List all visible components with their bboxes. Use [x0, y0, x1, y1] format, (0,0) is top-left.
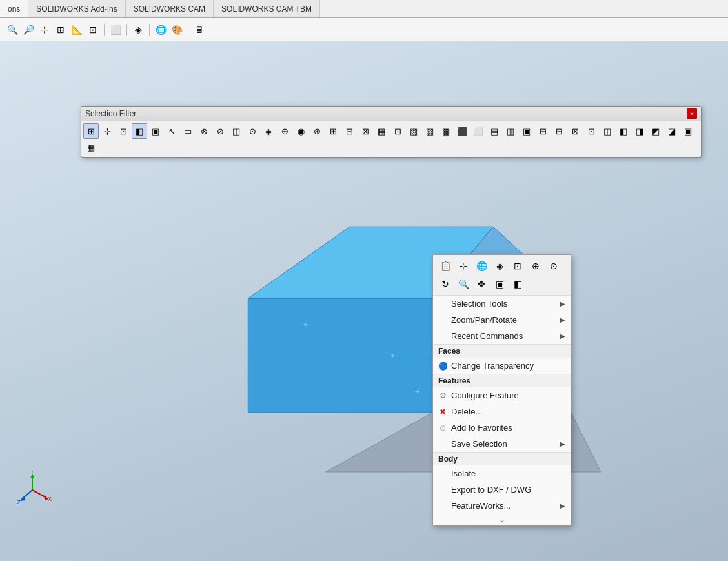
sf-icon-o[interactable]: ⬛: [454, 123, 470, 139]
view-icon[interactable]: ◈: [131, 23, 145, 37]
cm-item-recent-commands[interactable]: Recent Commands ▶: [433, 328, 571, 344]
sf-icon-x[interactable]: ◫: [600, 123, 615, 139]
sf-icon-d[interactable]: ⊕: [277, 123, 292, 139]
sf-filter-box-icon[interactable]: ▭: [180, 123, 196, 139]
cm-zoom-pan-icon: [437, 314, 449, 326]
sf-filter-face-icon[interactable]: ◧: [132, 123, 147, 139]
sf-icon-k[interactable]: ⊡: [390, 123, 405, 139]
cm-item-selection-tools[interactable]: Selection Tools ▶: [433, 296, 571, 312]
monitor-icon[interactable]: 🖥: [192, 23, 207, 37]
cm-icon-4[interactable]: ◈: [491, 258, 508, 274]
svg-text:+: +: [303, 320, 308, 329]
cm-add-favorites-icon: ⊙: [437, 422, 449, 434]
cm-icon-7[interactable]: ⊙: [545, 258, 562, 274]
sf-filter-all-icon[interactable]: ⊞: [83, 123, 99, 139]
cm-item-featureworks[interactable]: FeatureWorks... ▶: [433, 498, 571, 514]
tab-cam-tbm[interactable]: SOLIDWORKS CAM TBM: [214, 0, 320, 17]
filter-icon[interactable]: ⊡: [86, 23, 100, 37]
cm-item-save-selection[interactable]: Save Selection ▶: [433, 436, 571, 452]
cm-icon-5[interactable]: ⊡: [509, 258, 526, 274]
sf-icon-q[interactable]: ▤: [487, 123, 502, 139]
cm-icon-10[interactable]: ✥: [473, 276, 490, 292]
sf-icon-j[interactable]: ▦: [374, 123, 389, 139]
selection-filter-close-button[interactable]: ×: [687, 108, 697, 119]
cm-featureworks-icon: [437, 500, 449, 512]
sf-icon-z[interactable]: ◨: [632, 123, 647, 139]
toolbar-separator-2: [126, 24, 127, 36]
svg-text:Z: Z: [17, 499, 21, 505]
sf-icon-t[interactable]: ⊞: [535, 123, 551, 139]
grid-icon[interactable]: ⊞: [54, 23, 68, 37]
measure-icon[interactable]: 📐: [70, 23, 84, 37]
svg-marker-10: [30, 474, 34, 478]
sf-filter-paint-icon[interactable]: ⊘: [212, 123, 228, 139]
cm-item-delete[interactable]: ✖ Delete...: [433, 403, 571, 420]
svg-text:+: +: [390, 351, 396, 360]
cm-icon-3[interactable]: 🌐: [473, 258, 490, 274]
sf-icon-w[interactable]: ⊡: [583, 123, 599, 139]
sf-icon-r[interactable]: ▥: [503, 123, 518, 139]
canvas-area[interactable]: + + + Y X Z Selection Filter × ⊞ ⊹ ⊡: [0, 41, 728, 561]
cm-zoom-pan-arrow: ▶: [560, 316, 565, 323]
cm-item-configure-feature[interactable]: ⚙ Configure Feature: [433, 387, 571, 403]
tab-ons[interactable]: ons: [0, 0, 28, 17]
sf-icon-ad[interactable]: ▦: [83, 139, 99, 155]
sf-filter-solid-icon[interactable]: ▣: [148, 123, 163, 139]
axis-svg: Y X Z: [13, 471, 52, 509]
sf-icon-c[interactable]: ◈: [261, 123, 276, 139]
sf-icon-i[interactable]: ⊠: [358, 123, 373, 139]
sf-filter-vertex-icon[interactable]: ⊹: [99, 123, 115, 139]
search-icon[interactable]: 🔍: [5, 23, 19, 37]
sf-icon-e[interactable]: ◉: [293, 123, 308, 139]
sf-icon-a[interactable]: ◫: [228, 123, 244, 139]
sf-filter-cursor-icon[interactable]: ↖: [164, 123, 179, 139]
cursor-icon[interactable]: ⊹: [37, 23, 52, 37]
sf-icon-m[interactable]: ▨: [422, 123, 438, 139]
cm-item-add-to-favorites[interactable]: ⊙ Add to Favorites: [433, 420, 571, 436]
cm-export-dxf-icon: [437, 484, 449, 496]
sf-icon-h[interactable]: ⊟: [341, 123, 357, 139]
tab-add-ins[interactable]: SOLIDWORKS Add-Ins: [28, 0, 125, 17]
cm-icon-9[interactable]: 🔍: [455, 276, 472, 292]
sf-icon-ab[interactable]: ◪: [664, 123, 680, 139]
sf-icon-s[interactable]: ▣: [519, 123, 534, 139]
cm-item-zoom-pan-rotate[interactable]: Zoom/Pan/Rotate ▶: [433, 312, 571, 328]
selection-filter-toolbar: ⊞ ⊹ ⊡ ◧ ▣ ↖ ▭ ⊗ ⊘ ◫ ⊙ ◈ ⊕ ◉ ⊛ ⊞ ⊟ ⊠ ▦ ⊡ …: [81, 121, 701, 157]
sf-icon-l[interactable]: ▧: [406, 123, 421, 139]
svg-text:Y: Y: [30, 471, 34, 474]
sf-icon-y[interactable]: ◧: [616, 123, 631, 139]
cm-item-export-dxf[interactable]: Export to DXF / DWG: [433, 482, 571, 498]
svg-text:+: +: [415, 387, 420, 396]
sf-icon-f[interactable]: ⊛: [309, 123, 325, 139]
svg-text:X: X: [48, 496, 52, 502]
sf-filter-lasso-icon[interactable]: ⊗: [196, 123, 212, 139]
cm-section-faces: Faces: [433, 345, 571, 358]
sf-icon-p[interactable]: ⬜: [470, 123, 486, 139]
cm-icon-8[interactable]: ↻: [437, 276, 454, 292]
sf-icon-aa[interactable]: ◩: [648, 123, 663, 139]
cm-icon-11[interactable]: ▣: [491, 276, 508, 292]
sf-icon-b[interactable]: ⊙: [245, 123, 260, 139]
cm-delete-icon: ✖: [437, 406, 449, 418]
sf-icon-u[interactable]: ⊟: [551, 123, 567, 139]
sf-icon-v[interactable]: ⊠: [567, 123, 583, 139]
cm-more-button[interactable]: ⌄: [433, 514, 571, 525]
cm-icon-6[interactable]: ⊕: [527, 258, 544, 274]
cm-icon-1[interactable]: 📋: [437, 258, 454, 274]
zoom-icon[interactable]: 🔎: [21, 23, 35, 37]
sphere-icon[interactable]: 🌐: [154, 23, 168, 37]
sf-icon-n[interactable]: ▩: [438, 123, 454, 139]
sf-icon-g[interactable]: ⊞: [325, 123, 341, 139]
tab-cam[interactable]: SOLIDWORKS CAM: [126, 0, 214, 17]
cube-icon[interactable]: ⬜: [108, 23, 123, 37]
cm-item-change-transparency[interactable]: 🔵 Change Transparency: [433, 358, 571, 374]
context-menu: 📋 ⊹ 🌐 ◈ ⊡ ⊕ ⊙ ↻ 🔍 ✥ ▣ ◧ Selection Tools …: [432, 254, 571, 526]
toolbar-separator-1: [104, 24, 105, 36]
palette-icon[interactable]: 🎨: [170, 23, 184, 37]
cm-item-isolate[interactable]: Isolate: [433, 465, 571, 482]
cm-section-features: Features: [433, 374, 571, 387]
sf-filter-edge-icon[interactable]: ⊡: [116, 123, 131, 139]
cm-icon-2[interactable]: ⊹: [455, 258, 472, 274]
sf-icon-ac[interactable]: ▣: [680, 123, 696, 139]
cm-icon-12[interactable]: ◧: [509, 276, 526, 292]
